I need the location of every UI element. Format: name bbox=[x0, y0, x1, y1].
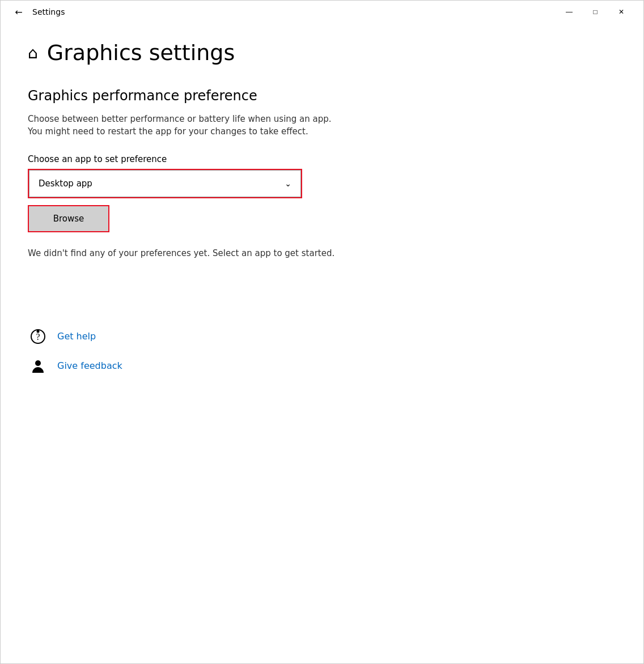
help-circle-icon: ? bbox=[30, 329, 46, 344]
get-help-text[interactable]: Get help bbox=[57, 331, 96, 342]
page-header: ⌂ Graphics settings bbox=[28, 41, 616, 65]
minimize-button[interactable]: — bbox=[556, 3, 582, 21]
feedback-person-icon bbox=[30, 358, 46, 374]
section-description: Choose between better performance or bat… bbox=[28, 113, 413, 138]
app-label: Choose an app to set preference bbox=[28, 154, 616, 164]
titlebar: ← Settings — □ ✕ bbox=[1, 1, 643, 23]
page-title: Graphics settings bbox=[47, 41, 235, 65]
chevron-down-icon: ⌄ bbox=[285, 179, 291, 188]
home-icon: ⌂ bbox=[28, 44, 38, 62]
svg-text:?: ? bbox=[36, 332, 40, 342]
app-dropdown[interactable]: Desktop app ⌄ bbox=[29, 170, 301, 197]
get-help-link[interactable]: ? Get help bbox=[28, 326, 616, 347]
no-preferences-text: We didn't find any of your preferences y… bbox=[28, 248, 425, 258]
browse-button-wrapper: Browse bbox=[28, 205, 109, 232]
close-button[interactable]: ✕ bbox=[608, 3, 634, 21]
content-area: ⌂ Graphics settings Graphics performance… bbox=[1, 23, 643, 663]
back-button[interactable]: ← bbox=[10, 3, 28, 21]
svg-point-3 bbox=[35, 360, 41, 366]
titlebar-controls: — □ ✕ bbox=[556, 3, 634, 21]
app-dropdown-wrapper: Desktop app ⌄ bbox=[28, 169, 302, 198]
titlebar-title: Settings bbox=[32, 7, 65, 16]
browse-button[interactable]: Browse bbox=[29, 206, 108, 231]
give-feedback-link[interactable]: Give feedback bbox=[28, 356, 616, 376]
help-links: ? Get help Give feedback bbox=[28, 326, 616, 376]
dropdown-value: Desktop app bbox=[39, 178, 92, 189]
give-feedback-icon bbox=[28, 356, 48, 376]
window: ← Settings — □ ✕ ⌂ Graphics settings Gra… bbox=[0, 0, 644, 664]
svg-point-2 bbox=[37, 330, 40, 333]
get-help-icon: ? bbox=[28, 326, 48, 347]
section-title: Graphics performance preference bbox=[28, 88, 616, 104]
give-feedback-text[interactable]: Give feedback bbox=[57, 360, 122, 371]
maximize-button[interactable]: □ bbox=[582, 3, 608, 21]
